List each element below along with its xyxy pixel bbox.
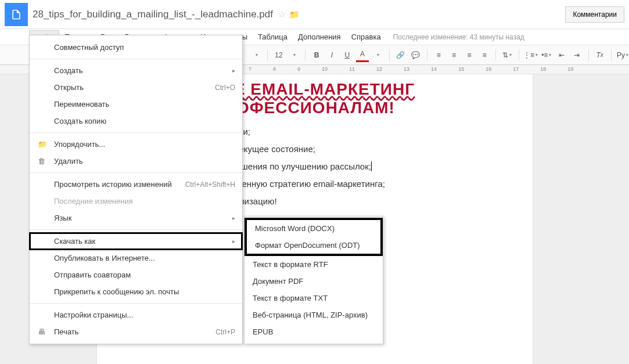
bulleted-list-button[interactable]: •≡ <box>540 48 553 62</box>
download-txt[interactable]: Текст в формате TXT <box>245 290 383 307</box>
download-as-submenu: Microsoft Word (DOCX) Формат OpenDocumen… <box>244 216 383 344</box>
menu-organize[interactable]: 📁Упорядочить... <box>30 136 242 153</box>
italic-button[interactable]: I <box>325 48 338 62</box>
menu-open[interactable]: ОткрытьCtrl+O <box>30 79 242 96</box>
menu-language[interactable]: Язык▸ <box>30 210 242 226</box>
menu-download-as[interactable]: Скачать как▸ <box>30 233 242 250</box>
menu-print[interactable]: 🖶ПечатьCtrl+P <box>30 323 242 340</box>
numbered-list-button[interactable]: ⋮≡ <box>524 48 538 62</box>
star-icon[interactable]: ☆ <box>278 9 286 20</box>
download-html[interactable]: Веб-страница (HTML, ZIP-архив) <box>245 307 383 323</box>
comments-button[interactable]: Комментарии <box>565 6 624 23</box>
menu-new[interactable]: Создать▸ <box>30 62 242 79</box>
menu-table[interactable]: Таблица <box>253 30 293 44</box>
heading-line1: ЬТЕ EMAIL-МАРКЕТИНГ <box>213 80 521 99</box>
bold-button[interactable]: B <box>310 48 323 62</box>
last-edit-label[interactable]: Последнее изменение: 43 минуты назад <box>393 33 524 41</box>
align-justify-button[interactable]: ≡ <box>478 48 491 62</box>
menu-publish[interactable]: Опубликовать в Интернете... <box>30 250 242 266</box>
folder-icon[interactable]: 📁 <box>289 10 299 19</box>
align-center-button[interactable]: ≡ <box>447 48 460 62</box>
menu-share[interactable]: Совместный доступ <box>30 39 242 56</box>
outdent-button[interactable]: ⇤ <box>555 48 568 62</box>
underline-button[interactable]: U <box>341 48 354 62</box>
more-dd[interactable] <box>250 48 263 62</box>
menu-addons[interactable]: Дополнения <box>293 30 346 44</box>
text-color-button[interactable]: A <box>356 48 369 62</box>
menu-recent-changes: Последние изменения <box>30 193 242 210</box>
clear-format-button[interactable]: Tx <box>594 48 606 62</box>
download-odt[interactable]: Формат OpenDocument (ODT) <box>247 237 380 254</box>
download-pdf[interactable]: Документ PDF <box>245 273 383 290</box>
menu-email-attachment[interactable]: Прикрепить к сообщению эл. почты <box>30 283 242 300</box>
title-bar: 28_tips_for_building_a_mailing_list_-_le… <box>0 0 629 29</box>
folder-icon: 📁 <box>38 140 47 149</box>
menu-help[interactable]: Справка <box>346 30 386 44</box>
link-button[interactable]: 🔗 <box>394 48 407 62</box>
font-size-dd[interactable] <box>287 48 300 62</box>
menu-page-setup[interactable]: Настройки страницы... <box>30 307 242 323</box>
input-lang-button[interactable]: Ру <box>616 48 629 62</box>
download-docx[interactable]: Microsoft Word (DOCX) <box>247 220 380 237</box>
align-left-button[interactable]: ≡ <box>432 48 445 62</box>
file-menu-dropdown: Совместный доступ Создать▸ ОткрытьCtrl+O… <box>29 35 243 344</box>
font-size[interactable]: 12 <box>272 51 285 59</box>
body-text: в задачи; руем текущее состояние; рые ре… <box>213 123 521 210</box>
document-title[interactable]: 28_tips_for_building_a_mailing_list_-_le… <box>33 9 273 20</box>
heading-line2: ПРОФЕССИОНАЛАМ! <box>213 99 521 117</box>
menu-email-collaborators[interactable]: Отправить соавторам <box>30 266 242 283</box>
text-color-dd[interactable] <box>371 48 384 62</box>
line-spacing-button[interactable]: ⇅ <box>501 48 513 62</box>
menu-delete[interactable]: 🗑Удалить <box>30 153 242 170</box>
download-epub[interactable]: EPUB <box>245 323 383 340</box>
trash-icon: 🗑 <box>38 157 45 165</box>
menu-revision-history[interactable]: Просмотреть историю измененийCtrl+Alt+Sh… <box>30 176 242 193</box>
menu-make-copy[interactable]: Создать копию <box>30 113 242 129</box>
download-rtf[interactable]: Текст в формате RTF <box>245 256 383 273</box>
indent-button[interactable]: ⇥ <box>570 48 583 62</box>
align-right-button[interactable]: ≡ <box>463 48 476 62</box>
docs-app-icon[interactable] <box>5 3 28 26</box>
print-icon: 🖶 <box>38 327 45 336</box>
menu-rename[interactable]: Переименовать <box>30 96 242 113</box>
comment-button[interactable]: 💬 <box>409 48 422 62</box>
